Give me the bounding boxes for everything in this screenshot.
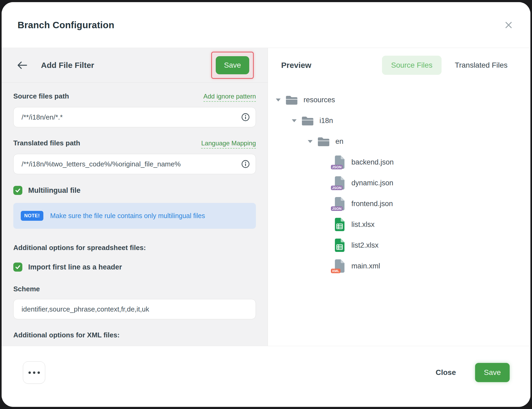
json-file-icon: JSON [333, 197, 346, 211]
tree-item-label: list.xlsx [351, 220, 375, 229]
note-banner: NOTE! Make sure the file rule contains o… [13, 203, 256, 229]
close-button[interactable]: Close [434, 368, 458, 377]
info-icon[interactable] [241, 160, 250, 168]
chevron-down-icon[interactable] [275, 99, 285, 101]
preview-title: Preview [281, 61, 311, 70]
more-options-button[interactable] [23, 361, 45, 384]
tree-item-list-xlsx[interactable]: list.xlsx [275, 217, 525, 232]
xml-badge: XML [331, 269, 340, 273]
tree-item-resources[interactable]: resources [275, 92, 525, 108]
tree-item-backend-json[interactable]: JSONbackend.json [275, 154, 525, 170]
ellipsis-icon [27, 371, 41, 374]
folder-icon [317, 134, 330, 148]
tree-item-list2-xlsx[interactable]: list2.xlsx [275, 238, 525, 253]
source-path-label: Source files path [13, 92, 69, 100]
add-ignore-pattern-link[interactable]: Add ignore pattern [203, 93, 256, 102]
tree-item-main-xml[interactable]: XMLmain.xml [275, 258, 525, 274]
xlsx-file-icon [333, 238, 346, 252]
scheme-input[interactable] [21, 305, 237, 314]
import-header-label: Import first line as a header [28, 263, 122, 271]
language-mapping-link[interactable]: Language Mapping [201, 140, 256, 149]
source-path-field-wrap [13, 107, 256, 127]
close-icon[interactable] [503, 19, 514, 31]
preview-tabs: Source Files Translated Files [382, 56, 517, 75]
scheme-field-wrap [13, 299, 256, 319]
tab-translated-files[interactable]: Translated Files [446, 56, 517, 75]
xlsx-file-icon [333, 218, 346, 231]
tree-item-frontend-json[interactable]: JSONfrontend.json [275, 196, 525, 211]
checkbox-checked-icon[interactable] [13, 263, 22, 272]
import-header-checkbox-row[interactable]: Import first line as a header [13, 263, 256, 272]
file-tree: resourcesi18nenJSONbackend.jsonJSONdynam… [268, 83, 530, 284]
multilingual-label: Multilingual file [28, 186, 81, 195]
file-filter-panel: Add File Filter Save Source files path A… [2, 48, 268, 346]
tree-item-label: en [335, 137, 343, 146]
tree-item-label: resources [304, 96, 335, 104]
xml-file-icon: XML [333, 259, 346, 273]
tree-item-label: dynamic.json [351, 179, 393, 187]
tree-item-dynamic-json[interactable]: JSONdynamic.json [275, 175, 525, 191]
json-badge: JSON [331, 206, 343, 211]
filter-form: Source files path Add ignore pattern Tr [2, 83, 268, 346]
translated-path-input[interactable] [21, 160, 237, 169]
preview-header: Preview Source Files Translated Files [268, 48, 530, 83]
preview-panel: Preview Source Files Translated Files re… [268, 48, 530, 346]
source-path-input[interactable] [21, 113, 237, 122]
back-arrow-icon[interactable] [16, 60, 28, 71]
tree-item-label: frontend.json [351, 200, 393, 208]
page-title: Branch Configuration [18, 20, 114, 30]
multilingual-checkbox-row[interactable]: Multilingual file [13, 186, 256, 195]
checkbox-checked-icon[interactable] [13, 186, 22, 195]
modal-save-button[interactable]: Save [475, 363, 510, 382]
translated-path-field-wrap [13, 154, 256, 174]
json-badge: JSON [331, 165, 343, 169]
folder-icon [285, 93, 298, 107]
scheme-label: Scheme [13, 285, 40, 293]
branch-configuration-modal: Branch Configuration Add File Filter Sav… [2, 2, 530, 407]
tab-source-files[interactable]: Source Files [382, 56, 442, 75]
note-text: Make sure the file rule contains only mu… [50, 212, 205, 220]
json-badge: JSON [331, 186, 343, 190]
modal-titlebar: Branch Configuration [2, 2, 530, 48]
translated-path-label: Translated files path [13, 139, 80, 147]
chevron-down-icon[interactable] [291, 119, 301, 122]
note-badge: NOTE! [21, 211, 43, 221]
tree-item-label: main.xml [351, 262, 380, 270]
xml-options-heading: Additional options for XML files: [13, 331, 256, 339]
tree-item-label: backend.json [351, 158, 394, 166]
modal-footer: Close Save [2, 346, 530, 407]
save-highlight-annotation: Save [211, 52, 254, 79]
chevron-down-icon[interactable] [307, 140, 317, 143]
json-file-icon: JSON [333, 176, 346, 190]
tree-item-i18n[interactable]: i18n [275, 113, 525, 128]
tree-item-label: list2.xlsx [351, 241, 379, 250]
folder-icon [301, 114, 314, 128]
filter-title: Add File Filter [41, 61, 94, 70]
tree-item-label: i18n [319, 117, 333, 125]
info-icon[interactable] [241, 113, 250, 121]
filter-save-button[interactable]: Save [216, 56, 249, 74]
tree-item-en[interactable]: en [275, 134, 525, 149]
spreadsheet-options-heading: Additional options for spreadsheet files… [13, 244, 256, 252]
json-file-icon: JSON [333, 155, 346, 169]
filter-subheader: Add File Filter Save [2, 48, 268, 83]
